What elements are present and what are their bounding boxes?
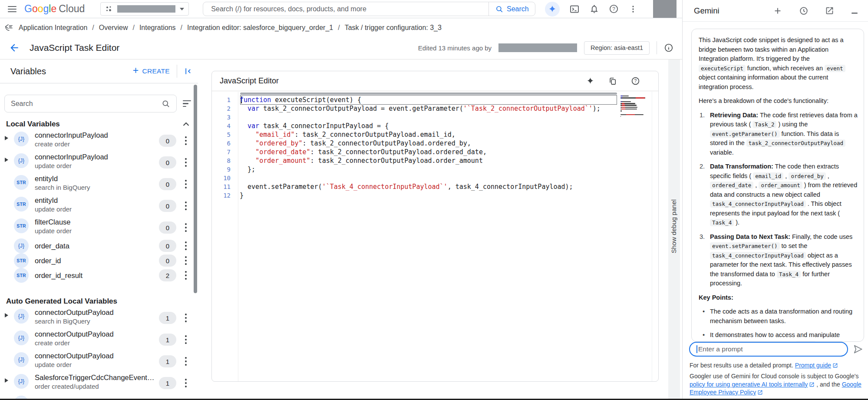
variable-row[interactable]: STRfilterClauseupdate order0 bbox=[0, 217, 198, 238]
inline-code-chip: email_id bbox=[753, 172, 783, 180]
horizontal-scrollbar[interactable] bbox=[240, 93, 617, 95]
search-input[interactable]: Search (/) for resources, docs, products… bbox=[203, 5, 488, 13]
list-number: 1. bbox=[700, 111, 705, 120]
line-number: 2 bbox=[212, 104, 231, 113]
variable-row[interactable]: STRentityIdupdate order0 bbox=[0, 195, 198, 217]
divider bbox=[657, 41, 657, 54]
gemini-sparkle-icon[interactable] bbox=[545, 2, 560, 17]
variable-row[interactable]: {J}connectorInputPayloadupdate order0 bbox=[0, 152, 198, 173]
top-app-bar: GoogleCloud Search (/) for resources, do… bbox=[0, 0, 682, 18]
variable-row[interactable]: {J}SalesforceTriggerCdcChangeEventHeader… bbox=[0, 372, 198, 394]
more-vert-icon[interactable] bbox=[179, 157, 193, 168]
breadcrumb-item[interactable]: Integration editor: salesforce_bigquery_… bbox=[187, 24, 333, 32]
more-vert-icon[interactable] bbox=[179, 255, 193, 266]
variable-name: filterClause bbox=[35, 218, 159, 226]
text-run: to set the bbox=[780, 242, 808, 249]
chevron-up-icon[interactable] bbox=[183, 122, 189, 126]
code-line: 9 }; bbox=[212, 165, 601, 174]
collapse-panel-icon[interactable] bbox=[177, 65, 193, 78]
variable-row[interactable]: {J}order_data0 bbox=[0, 238, 198, 253]
minimize-icon[interactable] bbox=[851, 7, 858, 15]
search-button[interactable]: Search bbox=[489, 2, 535, 16]
more-vert-icon[interactable] bbox=[179, 313, 193, 323]
sort-icon[interactable] bbox=[183, 100, 191, 107]
variable-row[interactable]: {J}connectorOutputPayloadcreate order1 bbox=[0, 329, 198, 350]
section-header[interactable]: Local Variables bbox=[0, 119, 198, 130]
ai-sparkle-icon[interactable] bbox=[586, 77, 594, 85]
variable-text: order_id bbox=[35, 257, 159, 265]
variables-search-input[interactable]: Search bbox=[4, 95, 177, 112]
variable-name: entityId bbox=[35, 196, 159, 205]
chevron-down-icon bbox=[180, 8, 184, 10]
code-line: 2 var task_2_connectorOutputPayload = ev… bbox=[212, 104, 601, 113]
notifications-bell-icon[interactable] bbox=[589, 4, 599, 14]
more-vert-icon[interactable] bbox=[179, 334, 193, 345]
text-run: Finally, the code uses bbox=[790, 233, 852, 240]
javascript-editor-card: JavaScript Editor ? 1function executeScr… bbox=[211, 71, 659, 382]
expand-arrow-icon[interactable] bbox=[3, 378, 14, 383]
more-vert-icon[interactable] bbox=[628, 4, 638, 14]
cloud-shell-icon[interactable] bbox=[569, 4, 580, 14]
text-link[interactable]: policy for using generative AI tools int… bbox=[690, 381, 815, 388]
variable-row[interactable]: STRorder_id0 bbox=[0, 253, 198, 268]
variable-row[interactable]: {J}connectorInputPayloadcreate order0 bbox=[0, 130, 198, 152]
prompt-input[interactable]: Enter a prompt bbox=[689, 342, 848, 357]
more-vert-icon[interactable] bbox=[179, 179, 193, 189]
send-icon[interactable] bbox=[852, 344, 864, 355]
show-debug-panel-label: Show debug panel bbox=[670, 199, 677, 253]
google-cloud-logo[interactable]: GoogleCloud bbox=[24, 3, 85, 15]
more-vert-icon[interactable] bbox=[179, 201, 193, 211]
code-editor-area[interactable]: 1function executeScript(event) {2 var ta… bbox=[212, 92, 658, 381]
variable-row[interactable]: {J}connectorOutputPayloadsearch in BigQu… bbox=[0, 307, 198, 329]
copy-icon[interactable] bbox=[608, 77, 617, 86]
more-vert-icon[interactable] bbox=[179, 241, 193, 251]
info-icon[interactable] bbox=[664, 43, 673, 53]
text-run: , bbox=[783, 172, 789, 179]
variable-row[interactable]: STRentityIdsearch in BigQuery0 bbox=[0, 173, 198, 195]
show-debug-panel-toggle[interactable]: Show debug panel bbox=[668, 60, 680, 400]
more-vert-icon[interactable] bbox=[179, 356, 193, 367]
variable-text: entityIdupdate order bbox=[35, 196, 159, 213]
create-variable-button[interactable]: +CREATE bbox=[133, 66, 170, 76]
more-vert-icon[interactable] bbox=[179, 270, 193, 281]
variable-text: order_data bbox=[35, 242, 159, 250]
breadcrumb-item[interactable]: Integrations bbox=[139, 24, 176, 32]
more-vert-icon[interactable] bbox=[179, 222, 193, 233]
page-header: JavaScript Task Editor Edited 13 minutes… bbox=[0, 36, 682, 60]
account-avatar[interactable] bbox=[653, 0, 677, 18]
code-lines: 1function executeScript(event) {2 var ta… bbox=[212, 96, 601, 200]
variable-row[interactable]: STRorder_id_result2 bbox=[0, 268, 198, 283]
back-arrow-icon[interactable] bbox=[9, 42, 20, 53]
variable-type-icon: {J} bbox=[14, 238, 29, 253]
text-run: , and the bbox=[815, 381, 842, 388]
variable-type-icon: {J} bbox=[14, 132, 29, 146]
help-icon[interactable]: ? bbox=[631, 76, 640, 86]
variable-task-label: search in BigQuery bbox=[35, 317, 159, 325]
code-line: 1function executeScript(event) { bbox=[212, 96, 601, 104]
expand-arrow-icon[interactable] bbox=[3, 136, 14, 140]
breadcrumb-item[interactable]: Application Integration bbox=[19, 24, 87, 32]
help-icon[interactable]: ? bbox=[609, 4, 619, 14]
minimap[interactable] bbox=[620, 96, 650, 118]
breadcrumb-item: Task / trigger configuration: 3_3 bbox=[345, 24, 442, 32]
expand-arrow-icon[interactable] bbox=[3, 313, 14, 317]
project-selector[interactable] bbox=[100, 2, 189, 16]
sidebar-scrollbar[interactable] bbox=[194, 85, 197, 293]
variable-row[interactable]: {J}connectorOutputPayloadupdate order1 bbox=[0, 350, 198, 372]
text-link[interactable]: Prompt guide bbox=[795, 362, 838, 369]
menu-icon[interactable] bbox=[8, 6, 17, 12]
expand-arrow-icon bbox=[3, 258, 14, 263]
project-icon bbox=[105, 5, 113, 13]
history-icon[interactable] bbox=[799, 6, 809, 16]
breadcrumb-item[interactable]: Overview bbox=[99, 24, 128, 32]
expand-arrow-icon[interactable] bbox=[3, 158, 14, 162]
new-chat-icon[interactable] bbox=[773, 6, 782, 16]
search-icon bbox=[495, 5, 503, 13]
create-label: CREATE bbox=[142, 67, 170, 75]
inline-code-chip: event.getParameter() bbox=[710, 130, 780, 138]
more-vert-icon[interactable] bbox=[179, 136, 193, 146]
inline-code-chip: task_2_connectorOutputPayload bbox=[746, 139, 845, 147]
open-in-new-icon[interactable] bbox=[825, 6, 834, 15]
section-header[interactable]: Auto Generated Local Variables bbox=[0, 296, 198, 307]
more-vert-icon[interactable] bbox=[179, 378, 193, 388]
